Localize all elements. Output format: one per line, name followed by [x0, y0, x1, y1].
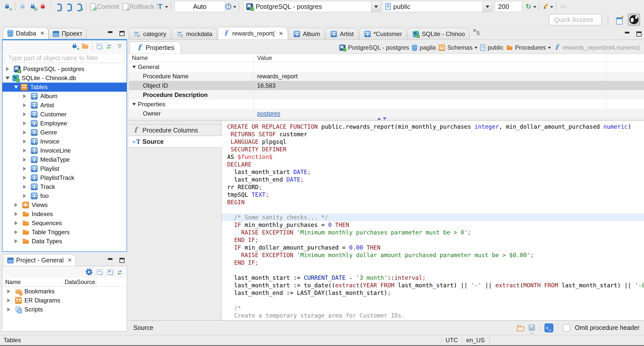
tree-item-foo[interactable]: foo — [3, 191, 127, 200]
new-connection-button[interactable]: + — [2, 1, 12, 12]
editor-tab-mockdata[interactable]: mockdata — [172, 28, 217, 40]
property-row-owner[interactable]: Ownerpostgres — [129, 109, 644, 118]
view-menu-icon[interactable] — [117, 43, 124, 50]
dbeaver-perspective-button[interactable] — [628, 14, 640, 26]
hidden-tabs-button[interactable]: 5 — [473, 27, 480, 37]
column-header-name[interactable]: Name — [129, 54, 148, 61]
refresh-button[interactable] — [525, 1, 536, 12]
minimize-icon[interactable] — [107, 258, 113, 263]
expand-arrow-icon[interactable] — [23, 176, 28, 180]
open-sql-script-button[interactable]: → — [63, 1, 73, 12]
expand-arrow-icon[interactable] — [23, 194, 28, 198]
tab-project-navigator[interactable]: Проект — [49, 28, 87, 39]
new-folder-icon[interactable] — [82, 43, 89, 50]
expand-arrow-icon[interactable] — [23, 185, 28, 189]
quick-access-input[interactable] — [549, 14, 602, 25]
tree-item-playlisttrack[interactable]: PlaylistTrack — [3, 173, 127, 182]
link-with-editor-icon[interactable] — [106, 43, 113, 50]
expand-arrow-icon[interactable] — [15, 212, 20, 216]
expand-all-icon[interactable] — [107, 268, 114, 275]
schema-combo-dropdown-button[interactable] — [482, 1, 492, 12]
load-from-file-icon[interactable] — [516, 324, 524, 331]
column-header-datasource[interactable]: DataSource — [65, 279, 95, 286]
project-item-er-diagrams[interactable]: ER Diagrams — [2, 296, 127, 305]
editor-tab-category[interactable]: category — [129, 28, 171, 40]
reconnect-button[interactable]: ↻ — [28, 1, 38, 12]
subtab-source[interactable]: Source — [129, 136, 222, 148]
column-divider[interactable] — [63, 278, 63, 287]
splitter-controls[interactable] — [377, 116, 386, 122]
project-item-scripts[interactable]: Scripts — [2, 305, 127, 314]
tab-project-general[interactable]: Project - General — [3, 254, 76, 266]
new-connection-icon[interactable]: + — [71, 43, 78, 50]
tree-item-sequences[interactable]: Sequences — [3, 219, 127, 228]
expand-arrow-icon[interactable] — [6, 67, 11, 71]
connection-combo-dropdown-button[interactable] — [371, 1, 381, 12]
column-header-value[interactable]: Value — [257, 54, 272, 61]
project-item-bookmarks[interactable]: Bookmarks — [2, 287, 127, 296]
maximize-icon[interactable] — [636, 31, 642, 37]
tree-item-invoiceline[interactable]: InvoiceLine — [3, 146, 127, 155]
rollback-button[interactable]: Rollback — [122, 1, 157, 12]
expand-arrow-icon[interactable] — [23, 140, 28, 144]
close-icon[interactable] — [40, 30, 44, 37]
tree-item-sqlite-chinook-db[interactable]: SQLite - Chinook.db — [3, 74, 127, 83]
editor-tab-rewards-report[interactable]: rewards_report( — [218, 27, 288, 40]
tree-item-playlist[interactable]: Playlist — [3, 164, 127, 173]
property-value-link[interactable]: postgres — [257, 110, 280, 117]
sql-editor-button[interactable] — [53, 1, 63, 12]
column-divider[interactable] — [96, 278, 97, 287]
tree-item-genre[interactable]: Genre — [3, 128, 127, 137]
property-row-object-id[interactable]: Object ID16,583 — [129, 81, 644, 90]
group-expand-icon[interactable] — [132, 66, 136, 70]
tree-item-track[interactable]: Track — [3, 182, 127, 191]
editor-tab-artist[interactable]: Artist — [326, 28, 358, 40]
expand-arrow-icon[interactable] — [7, 298, 12, 302]
collapse-all-icon[interactable] — [96, 268, 103, 275]
commit-button[interactable]: Commit — [89, 1, 122, 12]
save-to-file-icon[interactable]: ... — [528, 324, 535, 331]
expand-arrow-icon[interactable] — [23, 103, 28, 107]
collapse-all-icon[interactable] — [96, 43, 103, 50]
expand-arrow-icon[interactable] — [23, 149, 28, 153]
new-sql-script-button[interactable]: + — [73, 1, 84, 12]
tree-item-employee[interactable]: Employee — [3, 119, 127, 128]
link-with-editor-icon[interactable] — [117, 268, 124, 275]
close-icon[interactable] — [68, 257, 72, 264]
expand-arrow-icon[interactable] — [23, 167, 28, 171]
object-filter-input[interactable] — [5, 53, 125, 63]
property-row-procedure-description[interactable]: Procedure Description — [129, 90, 644, 99]
editor-tab-album[interactable]: Album — [289, 28, 325, 40]
expand-arrow-icon[interactable] — [23, 121, 28, 125]
tree-item-tables[interactable]: Tables — [3, 83, 127, 92]
expand-arrow-icon[interactable] — [23, 94, 28, 98]
edit-mode-button[interactable] — [542, 1, 553, 12]
editor-tab-sqlite-chinoo[interactable]: SQLite - Chinoo — [408, 28, 470, 40]
locale-label[interactable]: en_US — [466, 337, 485, 344]
tree-item-customer[interactable]: Customer — [3, 110, 127, 119]
disconnect-button[interactable] — [38, 1, 48, 12]
transaction-log-button[interactable] — [225, 1, 236, 12]
connect-button[interactable] — [18, 1, 28, 12]
open-perspective-button[interactable] — [614, 14, 624, 25]
subtab-procedure-columns[interactable]: Procedure Columns — [129, 124, 221, 136]
minimize-icon[interactable] — [624, 31, 630, 37]
column-header-name[interactable]: Name — [2, 279, 21, 286]
breadcrumb-item-schemas[interactable]: Schemas — [438, 44, 477, 51]
expand-arrow-icon[interactable] — [23, 158, 28, 162]
close-icon[interactable] — [279, 30, 283, 37]
connection-combo[interactable]: PostgreSQL - postgres — [244, 1, 381, 12]
group-expand-icon[interactable] — [132, 103, 136, 107]
tree-item-invoice[interactable]: Invoice — [3, 137, 127, 146]
source-code-panel[interactable]: CREATE OR REPLACE FUNCTION public.reward… — [221, 121, 644, 320]
expand-arrow-icon[interactable] — [6, 77, 10, 82]
tree-item-data-types[interactable]: Data Types — [3, 237, 127, 246]
tree-item-artist[interactable]: Artist — [3, 101, 127, 110]
property-row-general[interactable]: General — [129, 62, 644, 72]
expand-arrow-icon[interactable] — [7, 307, 12, 312]
breadcrumb-item-public[interactable]: public — [480, 44, 503, 51]
breadcrumb-item-procedures[interactable]: Procedures — [506, 44, 551, 51]
tree-item-album[interactable]: Album — [3, 92, 127, 101]
expand-arrow-icon[interactable] — [15, 203, 20, 207]
chevron-down-icon[interactable] — [474, 47, 477, 50]
